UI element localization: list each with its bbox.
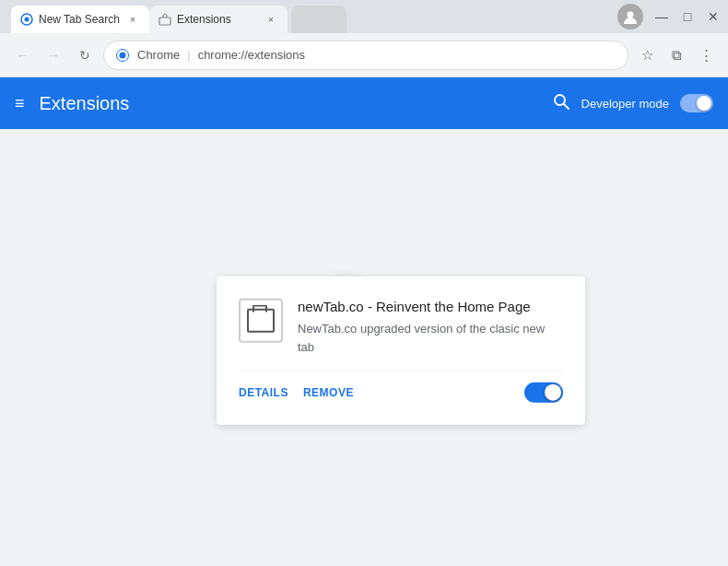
back-button[interactable]: ← [9, 42, 35, 68]
extension-icon-inner [247, 309, 275, 333]
tab-extensions[interactable]: Extensions × [149, 6, 288, 33]
extensions-header-right: Developer mode [552, 92, 713, 115]
extension-enable-toggle[interactable] [524, 383, 563, 403]
reload-button[interactable]: ↻ [72, 42, 98, 68]
svg-point-3 [628, 12, 634, 18]
window-controls: — □ ✕ [617, 4, 721, 29]
ext-card-footer: DETAILS REMOVE [239, 371, 563, 403]
svg-point-5 [120, 52, 126, 58]
search-icon[interactable] [552, 92, 570, 115]
maximize-button[interactable]: □ [680, 9, 695, 24]
extensions-title: Extensions [40, 93, 130, 114]
extension-description: NewTab.co upgraded version of the clasic… [298, 320, 563, 356]
profile-icon[interactable] [617, 4, 643, 29]
svg-point-1 [25, 18, 29, 22]
close-button[interactable]: ✕ [706, 9, 721, 24]
title-bar: New Tab Search × Extensions × [0, 0, 728, 33]
extension-info: newTab.co - Reinvent the Home Page NewTa… [298, 299, 563, 356]
remove-button[interactable]: REMOVE [303, 383, 354, 403]
toggle-knob [697, 96, 711, 111]
main-content: 🔍 risk.com newTab.co - Reinvent the Home… [0, 129, 728, 566]
minimize-button[interactable]: — [654, 9, 669, 24]
tab-favicon-2 [159, 13, 171, 26]
extensions-header-left: ≡ Extensions [15, 93, 129, 114]
secure-icon [115, 48, 130, 63]
tab-placeholder [291, 6, 346, 33]
extensions-header: ≡ Extensions Developer mode [0, 77, 728, 129]
bookmark-button[interactable]: ☆ [634, 42, 660, 68]
developer-mode-toggle[interactable] [680, 94, 713, 112]
svg-rect-2 [159, 18, 170, 25]
tab-strip-button[interactable]: ⧉ [663, 42, 689, 68]
details-button[interactable]: DETAILS [239, 383, 288, 403]
extension-buttons: DETAILS REMOVE [239, 383, 354, 403]
url-text: chrome://extensions [198, 48, 616, 62]
tab-1-close[interactable]: × [125, 12, 140, 27]
address-bar: ← → ↻ Chrome | chrome://extensions ☆ ⧉ ⋮ [0, 33, 728, 77]
tab-2-close[interactable]: × [264, 12, 278, 27]
svg-line-7 [564, 104, 569, 109]
tabs-row: New Tab Search × Extensions × [7, 0, 346, 33]
tab-1-label: New Tab Search [39, 13, 120, 26]
tab-new-tab-search[interactable]: New Tab Search × [11, 6, 149, 33]
hamburger-icon[interactable]: ≡ [15, 94, 25, 113]
extension-toggle-knob [545, 384, 561, 401]
tab-favicon-1 [20, 13, 33, 26]
url-bar[interactable]: Chrome | chrome://extensions [103, 41, 628, 70]
svg-point-6 [555, 95, 565, 105]
ext-card-header: newTab.co - Reinvent the Home Page NewTa… [239, 299, 563, 356]
menu-button[interactable]: ⋮ [693, 42, 719, 68]
tab-2-label: Extensions [177, 13, 258, 26]
forward-button[interactable]: → [41, 42, 66, 68]
url-separator: | [187, 48, 190, 62]
extension-name: newTab.co - Reinvent the Home Page [298, 299, 563, 314]
extension-icon [239, 299, 283, 343]
address-bar-icons: ☆ ⧉ ⋮ [634, 42, 719, 68]
browser-window: New Tab Search × Extensions × [0, 0, 728, 566]
dev-mode-label: Developer mode [581, 97, 669, 111]
extension-card: newTab.co - Reinvent the Home Page NewTa… [217, 277, 585, 425]
url-site-name: Chrome [137, 48, 180, 62]
